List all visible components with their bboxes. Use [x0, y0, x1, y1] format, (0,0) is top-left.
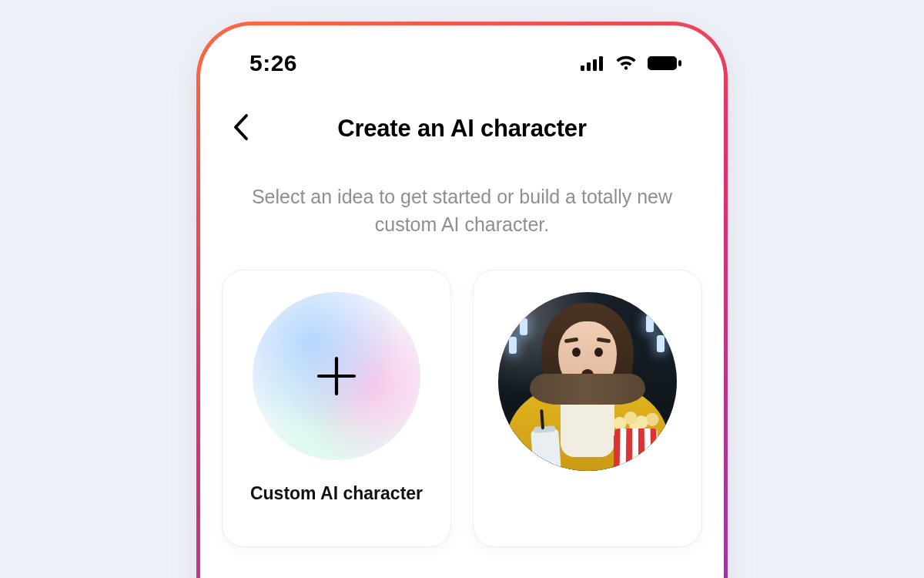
custom-character-label: Custom AI character — [250, 483, 423, 504]
options-row: Custom AI character — [200, 270, 724, 547]
custom-character-circle — [253, 292, 420, 460]
wifi-icon — [614, 55, 638, 72]
custom-character-card[interactable]: Custom AI character — [222, 270, 451, 547]
page-title: Create an AI character — [228, 115, 696, 143]
phone-frame: 5:26 — [196, 22, 728, 578]
status-bar: 5:26 — [200, 25, 724, 84]
svg-rect-1 — [587, 62, 591, 71]
signal-icon — [581, 55, 605, 71]
svg-rect-3 — [599, 56, 603, 71]
drink-cup-icon — [531, 428, 561, 470]
battery-icon — [647, 55, 682, 72]
back-button[interactable] — [223, 112, 257, 146]
chevron-left-icon — [231, 113, 249, 144]
svg-rect-0 — [581, 66, 584, 71]
suggested-character-card[interactable] — [473, 270, 702, 547]
page-header: Create an AI character — [200, 84, 724, 156]
svg-rect-2 — [593, 59, 597, 71]
character-avatar — [498, 292, 677, 471]
status-icons — [581, 55, 682, 72]
plus-icon — [314, 354, 359, 398]
popcorn-icon — [609, 408, 663, 471]
status-time: 5:26 — [249, 50, 297, 76]
svg-rect-5 — [678, 60, 681, 66]
page-subtitle: Select an idea to get started or build a… — [200, 156, 724, 270]
phone-screen: 5:26 — [200, 25, 724, 578]
svg-rect-4 — [648, 56, 677, 70]
